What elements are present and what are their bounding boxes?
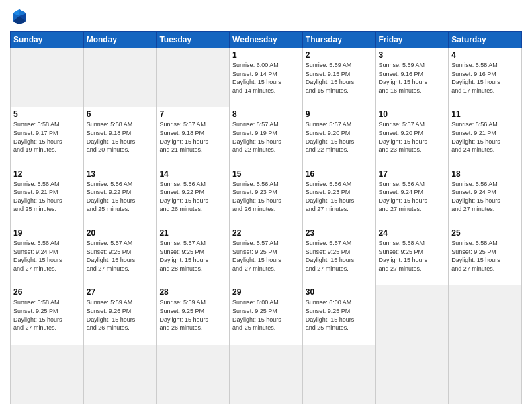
day-number: 24: [379, 228, 446, 238]
day-info: Sunrise: 5:57 AMSunset: 9:18 PMDaylight:…: [159, 120, 226, 154]
day-number: 3: [379, 50, 446, 60]
table-cell: 4Sunrise: 5:58 AMSunset: 9:16 PMDaylight…: [449, 48, 522, 107]
table-cell: [157, 345, 230, 404]
col-sunday: Sunday: [11, 32, 84, 48]
day-number: 1: [232, 50, 300, 60]
table-cell: 27Sunrise: 5:59 AMSunset: 9:26 PMDayligh…: [83, 285, 157, 345]
table-cell: 26Sunrise: 5:58 AMSunset: 9:25 PMDayligh…: [11, 285, 84, 345]
calendar-row: [11, 345, 522, 404]
day-info: Sunrise: 5:56 AMSunset: 9:21 PMDaylight:…: [13, 180, 81, 214]
day-number: 13: [87, 169, 154, 179]
day-number: 20: [87, 228, 154, 238]
day-info: Sunrise: 5:56 AMSunset: 9:24 PMDaylight:…: [379, 180, 446, 214]
calendar-row: 19Sunrise: 5:56 AMSunset: 9:24 PMDayligh…: [11, 226, 522, 285]
table-cell: 21Sunrise: 5:57 AMSunset: 9:25 PMDayligh…: [157, 226, 230, 285]
day-info: Sunrise: 5:57 AMSunset: 9:25 PMDaylight:…: [87, 239, 154, 273]
day-number: 18: [451, 169, 519, 179]
table-cell: 20Sunrise: 5:57 AMSunset: 9:25 PMDayligh…: [83, 226, 157, 285]
day-number: 17: [379, 169, 446, 179]
table-cell: 22Sunrise: 5:57 AMSunset: 9:25 PMDayligh…: [230, 226, 303, 285]
table-cell: 8Sunrise: 5:57 AMSunset: 9:19 PMDaylight…: [230, 107, 303, 167]
day-info: Sunrise: 5:57 AMSunset: 9:19 PMDaylight:…: [232, 120, 300, 154]
table-cell: 17Sunrise: 5:56 AMSunset: 9:24 PMDayligh…: [375, 167, 449, 226]
day-info: Sunrise: 5:57 AMSunset: 9:25 PMDaylight:…: [306, 239, 373, 273]
day-info: Sunrise: 5:58 AMSunset: 9:25 PMDaylight:…: [451, 239, 519, 273]
table-cell: 30Sunrise: 6:00 AMSunset: 9:25 PMDayligh…: [302, 285, 375, 345]
day-number: 12: [13, 169, 81, 179]
table-cell: 7Sunrise: 5:57 AMSunset: 9:18 PMDaylight…: [157, 107, 230, 167]
table-cell: [375, 285, 449, 345]
day-number: 16: [306, 169, 373, 179]
table-cell: 23Sunrise: 5:57 AMSunset: 9:25 PMDayligh…: [302, 226, 375, 285]
day-info: Sunrise: 6:00 AMSunset: 9:25 PMDaylight:…: [306, 298, 373, 332]
day-number: 29: [232, 287, 300, 297]
col-friday: Friday: [375, 32, 449, 48]
day-number: 21: [159, 228, 226, 238]
table-cell: 6Sunrise: 5:58 AMSunset: 9:18 PMDaylight…: [83, 107, 157, 167]
col-monday: Monday: [83, 32, 157, 48]
day-number: 28: [159, 287, 226, 297]
day-info: Sunrise: 5:56 AMSunset: 9:24 PMDaylight:…: [451, 180, 519, 214]
day-number: 6: [87, 109, 154, 119]
day-number: 27: [87, 287, 154, 297]
calendar-row: 1Sunrise: 6:00 AMSunset: 9:14 PMDaylight…: [11, 48, 522, 107]
table-cell: 25Sunrise: 5:58 AMSunset: 9:25 PMDayligh…: [449, 226, 522, 285]
day-info: Sunrise: 5:59 AMSunset: 9:25 PMDaylight:…: [159, 298, 226, 332]
table-cell: 11Sunrise: 5:56 AMSunset: 9:21 PMDayligh…: [449, 107, 522, 167]
day-info: Sunrise: 6:00 AMSunset: 9:14 PMDaylight:…: [232, 61, 300, 95]
day-number: 25: [451, 228, 519, 238]
col-tuesday: Tuesday: [157, 32, 230, 48]
day-number: 11: [451, 109, 519, 119]
table-cell: 15Sunrise: 5:56 AMSunset: 9:23 PMDayligh…: [230, 167, 303, 226]
day-number: 9: [306, 109, 373, 119]
day-number: 5: [13, 109, 81, 119]
day-info: Sunrise: 5:58 AMSunset: 9:17 PMDaylight:…: [13, 120, 81, 154]
table-cell: 29Sunrise: 6:00 AMSunset: 9:25 PMDayligh…: [230, 285, 303, 345]
day-info: Sunrise: 5:56 AMSunset: 9:23 PMDaylight:…: [232, 180, 300, 214]
table-cell: [230, 345, 303, 404]
day-info: Sunrise: 5:56 AMSunset: 9:22 PMDaylight:…: [87, 180, 154, 214]
calendar-row: 26Sunrise: 5:58 AMSunset: 9:25 PMDayligh…: [11, 285, 522, 345]
day-number: 30: [306, 287, 373, 297]
day-info: Sunrise: 5:58 AMSunset: 9:25 PMDaylight:…: [13, 298, 81, 332]
table-cell: 14Sunrise: 5:56 AMSunset: 9:22 PMDayligh…: [157, 167, 230, 226]
day-number: 22: [232, 228, 300, 238]
table-cell: 2Sunrise: 5:59 AMSunset: 9:15 PMDaylight…: [302, 48, 375, 107]
day-info: Sunrise: 5:57 AMSunset: 9:20 PMDaylight:…: [379, 120, 446, 154]
table-cell: [11, 48, 84, 107]
day-number: 26: [13, 287, 81, 297]
col-thursday: Thursday: [302, 32, 375, 48]
day-info: Sunrise: 5:56 AMSunset: 9:23 PMDaylight:…: [306, 180, 373, 214]
day-info: Sunrise: 6:00 AMSunset: 9:25 PMDaylight:…: [232, 298, 300, 332]
page: Sunday Monday Tuesday Wednesday Thursday…: [0, 0, 532, 411]
day-info: Sunrise: 5:56 AMSunset: 9:21 PMDaylight:…: [451, 120, 519, 154]
logo-icon: [10, 7, 29, 26]
day-info: Sunrise: 5:58 AMSunset: 9:16 PMDaylight:…: [451, 61, 519, 95]
day-number: 8: [232, 109, 300, 119]
day-info: Sunrise: 5:59 AMSunset: 9:16 PMDaylight:…: [379, 61, 446, 95]
table-cell: 9Sunrise: 5:57 AMSunset: 9:20 PMDaylight…: [302, 107, 375, 167]
day-info: Sunrise: 5:58 AMSunset: 9:18 PMDaylight:…: [87, 120, 154, 154]
calendar-table: Sunday Monday Tuesday Wednesday Thursday…: [10, 31, 522, 404]
calendar-header-row: Sunday Monday Tuesday Wednesday Thursday…: [11, 32, 522, 48]
table-cell: 24Sunrise: 5:58 AMSunset: 9:25 PMDayligh…: [375, 226, 449, 285]
day-info: Sunrise: 5:58 AMSunset: 9:25 PMDaylight:…: [379, 239, 446, 273]
table-cell: 18Sunrise: 5:56 AMSunset: 9:24 PMDayligh…: [449, 167, 522, 226]
calendar-row: 12Sunrise: 5:56 AMSunset: 9:21 PMDayligh…: [11, 167, 522, 226]
table-cell: 5Sunrise: 5:58 AMSunset: 9:17 PMDaylight…: [11, 107, 84, 167]
table-cell: 12Sunrise: 5:56 AMSunset: 9:21 PMDayligh…: [11, 167, 84, 226]
header: [10, 7, 522, 26]
table-cell: [302, 345, 375, 404]
day-info: Sunrise: 5:57 AMSunset: 9:25 PMDaylight:…: [159, 239, 226, 273]
table-cell: 19Sunrise: 5:56 AMSunset: 9:24 PMDayligh…: [11, 226, 84, 285]
day-info: Sunrise: 5:59 AMSunset: 9:15 PMDaylight:…: [306, 61, 373, 95]
day-number: 14: [159, 169, 226, 179]
day-info: Sunrise: 5:56 AMSunset: 9:22 PMDaylight:…: [159, 180, 226, 214]
day-info: Sunrise: 5:57 AMSunset: 9:20 PMDaylight:…: [306, 120, 373, 154]
table-cell: 13Sunrise: 5:56 AMSunset: 9:22 PMDayligh…: [83, 167, 157, 226]
table-cell: 3Sunrise: 5:59 AMSunset: 9:16 PMDaylight…: [375, 48, 449, 107]
logo: [10, 7, 32, 26]
day-number: 2: [306, 50, 373, 60]
table-cell: [449, 345, 522, 404]
day-info: Sunrise: 5:57 AMSunset: 9:25 PMDaylight:…: [232, 239, 300, 273]
